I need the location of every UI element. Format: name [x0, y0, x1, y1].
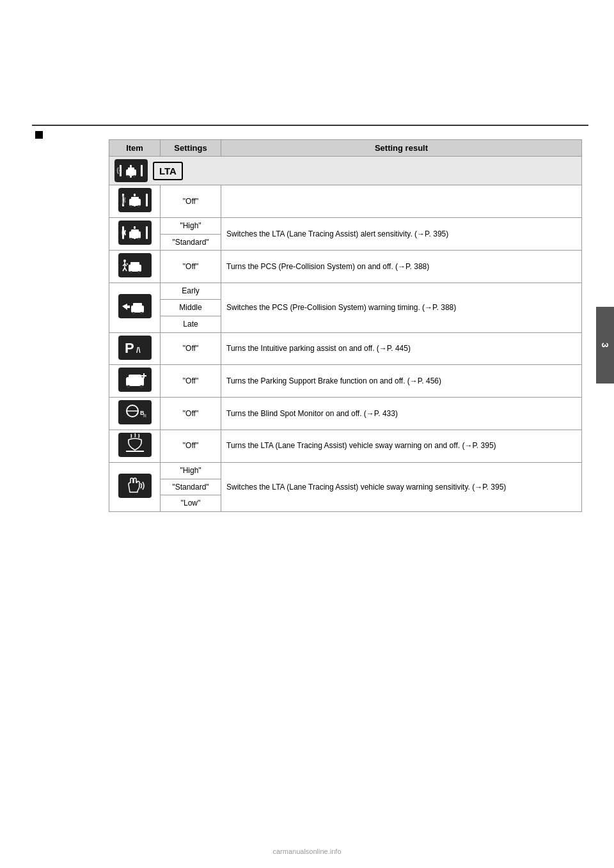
- icon-cell-bsm: B R: [109, 398, 161, 430]
- lta-header-cell: LTA: [109, 157, 582, 185]
- svg-text:P: P: [125, 340, 134, 356]
- result-cell-lta-sway: Turns the LTA (Lane Tracing Assist) vehi…: [221, 430, 582, 462]
- svg-point-17: [138, 205, 140, 208]
- watermark-text: carmanualsonline.info: [272, 848, 341, 855]
- lta-on-icon: [118, 221, 152, 245]
- table-row: P /\ "Off" Turns the Intuitive parking a…: [109, 332, 582, 365]
- svg-line-37: [127, 263, 128, 265]
- icon-cell-pcs-timing: [109, 283, 161, 332]
- svg-point-47: [127, 385, 130, 389]
- parking-icon: P /\: [118, 336, 152, 360]
- svg-point-29: [130, 271, 132, 274]
- result-cell-pcs-toggle: Turns the PCS (Pre-Collision System) on …: [221, 251, 582, 283]
- svg-rect-10: [146, 194, 148, 206]
- result-cell-empty1: [221, 185, 582, 218]
- icon-cell-lta-on: [109, 217, 161, 251]
- settings-cell-late: Late: [161, 316, 221, 332]
- lta-sway-icon-svg: [120, 433, 150, 456]
- svg-rect-1: [141, 165, 143, 176]
- table-row: "Off" Turns the Parking Support Brake fu…: [109, 365, 582, 398]
- settings-cell-off4: "Off": [161, 365, 221, 398]
- svg-point-7: [127, 175, 129, 178]
- svg-rect-11: [134, 194, 136, 196]
- watermark: carmanualsonline.info: [0, 848, 614, 855]
- svg-text:R: R: [143, 414, 146, 418]
- svg-point-8: [133, 175, 136, 178]
- table-row: B R "Off" Turns the Blind Spot Monitor o…: [109, 398, 582, 430]
- settings-cell-high2: "High": [161, 462, 221, 479]
- result-cell-pcs-timing: Switches the PCS (Pre-Collision System) …: [221, 283, 582, 332]
- settings-cell-off5: "Off": [161, 398, 221, 430]
- settings-cell-standard2: "Standard": [161, 479, 221, 495]
- svg-rect-20: [134, 226, 136, 229]
- icon-cell-lta-sway: [109, 430, 161, 462]
- lta-on-icon-svg: [120, 221, 150, 244]
- lta-icon-svg: [116, 160, 146, 182]
- parking-brake-icon-svg: [120, 368, 150, 391]
- icon-cell-lta-off: [109, 185, 161, 218]
- lta-sway-sens-icon-svg: [120, 474, 150, 497]
- parking-icon-svg: P /\: [120, 336, 150, 359]
- svg-point-16: [130, 205, 132, 208]
- table-row: "High" Switches the LTA (Lane Tracing As…: [109, 217, 582, 234]
- bsm-icon-svg: B R: [120, 401, 150, 424]
- lta-off-icon: [118, 188, 152, 212]
- section-bullet: [35, 131, 43, 139]
- table-row: "Off" Turns the LTA (Lane Tracing Assist…: [109, 430, 582, 462]
- svg-point-31: [123, 260, 126, 262]
- settings-cell-off3: "Off": [161, 332, 221, 365]
- svg-point-30: [138, 271, 140, 274]
- svg-point-48: [139, 385, 143, 389]
- settings-cell-off1: "Off": [161, 185, 221, 218]
- svg-marker-42: [122, 304, 130, 310]
- lta-header-row: LTA: [109, 157, 582, 185]
- pcs-timing-icon: [118, 294, 152, 318]
- svg-rect-46: [129, 375, 141, 379]
- bsm-icon: B R: [118, 400, 152, 424]
- icon-cell-lta-sway-sens: [109, 462, 161, 511]
- page-number: 3: [600, 343, 610, 348]
- settings-cell-off2: "Off": [161, 251, 221, 283]
- page-container: 3 Item Settings Setting result: [0, 0, 614, 868]
- lta-sway-sens-icon: [118, 474, 152, 498]
- pcs-icon: [118, 253, 152, 277]
- table-row: "Off" Turns the PCS (Pre-Collision Syste…: [109, 251, 582, 283]
- svg-point-25: [130, 238, 132, 240]
- pcs-icon-svg: [120, 254, 150, 277]
- pcs-timing-icon-svg: [120, 295, 150, 318]
- svg-text:/\: /\: [136, 346, 141, 355]
- top-rule: [32, 125, 588, 126]
- lta-off-icon-svg: [120, 189, 150, 212]
- col-result: Setting result: [221, 140, 582, 157]
- svg-rect-2: [130, 165, 132, 167]
- svg-rect-24: [131, 229, 139, 233]
- result-cell-parking-brake: Turns the Parking Support Brake function…: [221, 365, 582, 398]
- lta-sway-icon: [118, 433, 152, 457]
- icon-cell-pcs: [109, 251, 161, 283]
- settings-table: Item Settings Setting result: [109, 139, 582, 512]
- svg-point-26: [138, 238, 140, 240]
- lta-icon: [114, 159, 148, 182]
- settings-cell-middle: Middle: [161, 299, 221, 316]
- icon-cell-parking-brake: [109, 365, 161, 398]
- svg-rect-28: [130, 262, 139, 267]
- result-cell-lta-sensitivity: Switches the LTA (Lane Tracing Assist) a…: [221, 217, 582, 251]
- svg-line-36: [125, 268, 127, 271]
- svg-rect-19: [146, 226, 148, 239]
- table-row: "High" Switches the LTA (Lane Tracing As…: [109, 462, 582, 479]
- settings-cell-off6: "Off": [161, 430, 221, 462]
- result-cell-lta-sway-sens: Switches the LTA (Lane Tracing Assist) v…: [221, 462, 582, 511]
- col-settings: Settings: [161, 140, 221, 157]
- svg-point-40: [132, 312, 135, 314]
- settings-cell-low: "Low": [161, 495, 221, 512]
- svg-rect-15: [131, 197, 139, 201]
- parking-brake-icon: [118, 368, 152, 392]
- svg-rect-6: [128, 167, 134, 171]
- icon-cell-parking: P /\: [109, 332, 161, 365]
- svg-line-35: [123, 268, 125, 271]
- settings-cell-early: Early: [161, 283, 221, 300]
- settings-cell-standard1: "Standard": [161, 234, 221, 251]
- table-row: Early Switches the PCS (Pre-Collision Sy…: [109, 283, 582, 300]
- settings-cell-high: "High": [161, 217, 221, 234]
- table-wrapper: Item Settings Setting result: [109, 139, 582, 512]
